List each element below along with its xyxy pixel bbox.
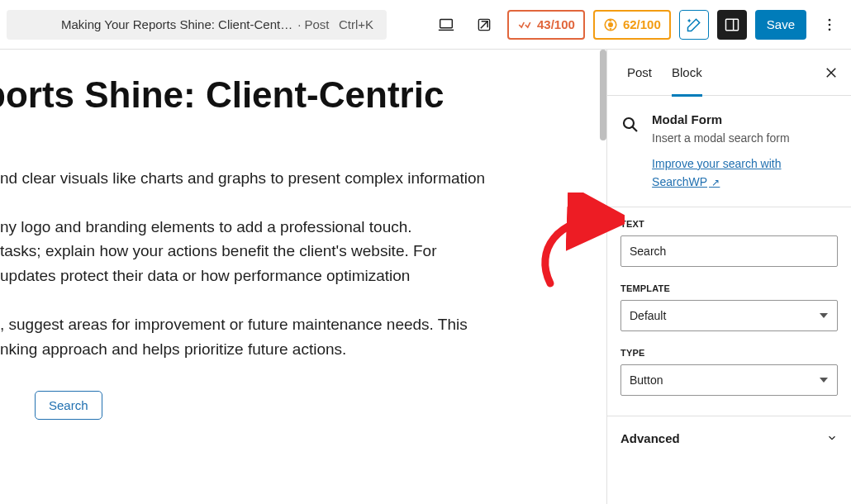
svg-point-3	[608, 22, 613, 27]
close-icon	[824, 65, 839, 80]
type-select[interactable]: Button	[620, 364, 838, 396]
save-button[interactable]: Save	[755, 10, 806, 40]
options-menu-button[interactable]	[815, 10, 844, 40]
preview-button[interactable]	[469, 10, 499, 40]
paragraph[interactable]: ny logo and branding elements to add a p…	[0, 215, 573, 288]
block-help-link[interactable]: Improve your search with SearchWP ↗	[652, 155, 838, 192]
document-type-label: · Post	[297, 17, 329, 31]
field-label-template: Template	[620, 283, 838, 293]
search-icon	[620, 115, 640, 135]
block-title: Modal Form	[652, 112, 838, 126]
search-modal-block-button[interactable]: Search	[35, 391, 102, 420]
command-palette-shortcut: Ctrl+K	[339, 17, 373, 31]
post-body[interactable]: nd clear visuals like charts and graphs …	[0, 166, 573, 362]
field-label-type: Type	[620, 348, 838, 358]
field-template: Template Default	[607, 272, 851, 336]
document-title-bar[interactable]: Making Your Reports Shine: Client-Cent… …	[7, 10, 387, 40]
laptop-icon	[437, 16, 455, 34]
text-input[interactable]	[620, 235, 838, 267]
settings-panel-toggle[interactable]	[717, 10, 747, 40]
scrollbar-thumb[interactable]	[600, 50, 606, 140]
document-title: Making Your Reports Shine: Client-Cent…	[61, 17, 292, 31]
field-label-text: Text	[620, 219, 838, 229]
main-layout: ports Shine: Client-Centric nd clear vis…	[0, 50, 851, 504]
field-type: Type Button	[607, 336, 851, 401]
seo-score-icon	[517, 17, 532, 32]
view-button[interactable]	[431, 10, 461, 40]
kebab-icon	[821, 17, 838, 33]
block-description: Insert a modal search form	[652, 131, 838, 145]
editor-toolbar: Making Your Reports Shine: Client-Cent… …	[0, 0, 851, 50]
svg-rect-4	[725, 19, 738, 30]
sidebar-tabs: Post Block	[607, 50, 851, 96]
close-sidebar-button[interactable]	[821, 63, 841, 83]
wand-icon	[686, 17, 702, 33]
paragraph[interactable]: nd clear visuals like charts and graphs …	[0, 166, 573, 190]
post-title[interactable]: ports Shine: Client-Centric	[0, 74, 573, 116]
seo-score-value: 43/100	[537, 17, 575, 31]
toolbar-actions: 43/100 62/100 Save	[431, 10, 844, 40]
svg-point-6	[829, 18, 831, 21]
chevron-down-icon	[826, 432, 838, 444]
settings-sidebar: Post Block Modal Form Insert a modal sea…	[606, 50, 851, 504]
readability-score-badge[interactable]: 62/100	[593, 10, 671, 40]
svg-rect-0	[440, 19, 453, 27]
editor-canvas[interactable]: ports Shine: Client-Centric nd clear vis…	[0, 50, 606, 504]
advanced-label: Advanced	[620, 431, 680, 445]
svg-point-7	[829, 23, 831, 26]
template-select[interactable]: Default	[620, 300, 838, 331]
field-text: Text	[607, 207, 851, 272]
tab-block[interactable]: Block	[662, 50, 712, 96]
readability-score-icon	[603, 17, 618, 32]
advanced-panel-toggle[interactable]: Advanced	[607, 416, 851, 460]
external-arrow-icon: ↗	[709, 177, 720, 188]
external-link-icon	[476, 17, 492, 33]
paragraph[interactable]: , suggest areas for improvement or futur…	[0, 312, 573, 361]
block-type-icon	[620, 114, 640, 136]
svg-point-8	[829, 28, 831, 31]
sidebar-icon	[724, 17, 740, 33]
tab-post[interactable]: Post	[617, 50, 662, 96]
svg-point-9	[624, 118, 634, 128]
block-info-panel: Modal Form Insert a modal search form Im…	[607, 96, 851, 207]
readability-score-value: 62/100	[623, 17, 661, 31]
content-analysis-button[interactable]	[679, 10, 709, 40]
seo-score-badge[interactable]: 43/100	[507, 10, 585, 40]
